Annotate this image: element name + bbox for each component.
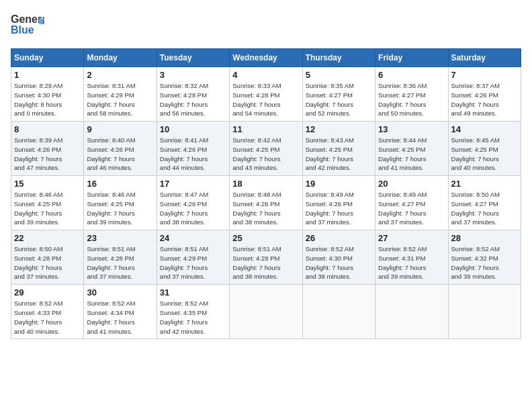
day-info: Sunrise: 8:52 AMSunset: 4:35 PMDaylight:…: [160, 299, 226, 336]
calendar-cell: 10Sunrise: 8:41 AMSunset: 4:26 PMDayligh…: [157, 122, 229, 176]
day-number: 3: [160, 70, 226, 80]
week-row-4: 22Sunrise: 8:50 AMSunset: 4:28 PMDayligh…: [11, 230, 521, 285]
day-number: 23: [87, 233, 153, 243]
day-info: Sunrise: 8:42 AMSunset: 4:25 PMDaylight:…: [232, 136, 299, 173]
col-header-monday: Monday: [84, 49, 157, 67]
calendar-cell: 14Sunrise: 8:45 AMSunset: 4:25 PMDayligh…: [448, 122, 521, 176]
day-info: Sunrise: 8:46 AMSunset: 4:25 PMDaylight:…: [14, 190, 81, 227]
day-info: Sunrise: 8:43 AMSunset: 4:25 PMDaylight:…: [306, 136, 372, 173]
day-info: Sunrise: 8:39 AMSunset: 4:26 PMDaylight:…: [14, 136, 81, 173]
day-info: Sunrise: 8:29 AMSunset: 4:30 PMDaylight:…: [14, 81, 81, 118]
day-info: Sunrise: 8:40 AMSunset: 4:26 PMDaylight:…: [87, 136, 153, 173]
day-info: Sunrise: 8:48 AMSunset: 4:26 PMDaylight:…: [232, 190, 299, 227]
svg-text:Blue: Blue: [11, 24, 34, 36]
calendar-cell: 15Sunrise: 8:46 AMSunset: 4:25 PMDayligh…: [11, 176, 84, 230]
calendar-cell: 18Sunrise: 8:48 AMSunset: 4:26 PMDayligh…: [230, 176, 302, 230]
logo-icon: General Blue: [11, 11, 44, 42]
day-info: Sunrise: 8:52 AMSunset: 4:31 PMDaylight:…: [378, 244, 445, 281]
calendar-cell: 24Sunrise: 8:51 AMSunset: 4:29 PMDayligh…: [157, 230, 229, 285]
day-info: Sunrise: 8:52 AMSunset: 4:33 PMDaylight:…: [14, 299, 81, 336]
day-info: Sunrise: 8:50 AMSunset: 4:28 PMDaylight:…: [14, 244, 81, 281]
calendar-cell: 6Sunrise: 8:36 AMSunset: 4:27 PMDaylight…: [375, 67, 448, 122]
day-number: 17: [160, 179, 226, 189]
calendar-cell: 3Sunrise: 8:32 AMSunset: 4:28 PMDaylight…: [157, 67, 229, 122]
day-number: 4: [232, 70, 299, 80]
col-header-wednesday: Wednesday: [230, 49, 302, 67]
calendar-cell: 27Sunrise: 8:52 AMSunset: 4:31 PMDayligh…: [375, 230, 448, 285]
week-row-5: 29Sunrise: 8:52 AMSunset: 4:33 PMDayligh…: [11, 285, 521, 339]
day-number: 5: [306, 70, 372, 80]
day-number: 29: [14, 287, 81, 298]
calendar-cell: [230, 285, 302, 339]
calendar-cell: 19Sunrise: 8:49 AMSunset: 4:26 PMDayligh…: [302, 176, 375, 230]
calendar-cell: 23Sunrise: 8:51 AMSunset: 4:28 PMDayligh…: [84, 230, 157, 285]
day-number: 8: [14, 124, 81, 134]
calendar-cell: 11Sunrise: 8:42 AMSunset: 4:25 PMDayligh…: [230, 122, 302, 176]
day-info: Sunrise: 8:51 AMSunset: 4:29 PMDaylight:…: [160, 244, 226, 281]
day-info: Sunrise: 8:36 AMSunset: 4:27 PMDaylight:…: [378, 81, 445, 118]
calendar-cell: 9Sunrise: 8:40 AMSunset: 4:26 PMDaylight…: [84, 122, 157, 176]
day-info: Sunrise: 8:52 AMSunset: 4:30 PMDaylight:…: [306, 244, 372, 281]
calendar-cell: 5Sunrise: 8:35 AMSunset: 4:27 PMDaylight…: [302, 67, 375, 122]
day-info: Sunrise: 8:46 AMSunset: 4:25 PMDaylight:…: [87, 190, 153, 227]
day-number: 21: [451, 179, 518, 189]
calendar-cell: 21Sunrise: 8:50 AMSunset: 4:27 PMDayligh…: [448, 176, 521, 230]
page-header: General Blue: [11, 11, 521, 44]
day-info: Sunrise: 8:35 AMSunset: 4:27 PMDaylight:…: [306, 81, 372, 118]
calendar-cell: 8Sunrise: 8:39 AMSunset: 4:26 PMDaylight…: [11, 122, 84, 176]
day-number: 2: [87, 70, 153, 80]
day-info: Sunrise: 8:50 AMSunset: 4:27 PMDaylight:…: [451, 190, 518, 227]
day-number: 12: [306, 124, 372, 134]
calendar-cell: 4Sunrise: 8:33 AMSunset: 4:28 PMDaylight…: [230, 67, 302, 122]
week-row-1: 1Sunrise: 8:29 AMSunset: 4:30 PMDaylight…: [11, 67, 521, 122]
calendar-table: SundayMondayTuesdayWednesdayThursdayFrid…: [11, 48, 521, 339]
day-info: Sunrise: 8:52 AMSunset: 4:34 PMDaylight:…: [87, 299, 153, 336]
calendar-cell: 25Sunrise: 8:51 AMSunset: 4:29 PMDayligh…: [230, 230, 302, 285]
col-header-saturday: Saturday: [448, 49, 521, 67]
header-row: SundayMondayTuesdayWednesdayThursdayFrid…: [11, 49, 521, 67]
day-info: Sunrise: 8:47 AMSunset: 4:26 PMDaylight:…: [160, 190, 226, 227]
day-number: 31: [160, 287, 226, 298]
calendar-cell: [448, 285, 521, 339]
day-number: 14: [451, 124, 518, 134]
calendar-cell: [302, 285, 375, 339]
day-number: 7: [451, 70, 518, 80]
week-row-3: 15Sunrise: 8:46 AMSunset: 4:25 PMDayligh…: [11, 176, 521, 230]
day-number: 25: [232, 233, 299, 243]
day-info: Sunrise: 8:37 AMSunset: 4:26 PMDaylight:…: [451, 81, 518, 118]
calendar-cell: 17Sunrise: 8:47 AMSunset: 4:26 PMDayligh…: [157, 176, 229, 230]
day-info: Sunrise: 8:52 AMSunset: 4:32 PMDaylight:…: [451, 244, 518, 281]
day-info: Sunrise: 8:45 AMSunset: 4:25 PMDaylight:…: [451, 136, 518, 173]
svg-marker-3: [39, 19, 43, 24]
calendar-cell: 30Sunrise: 8:52 AMSunset: 4:34 PMDayligh…: [84, 285, 157, 339]
calendar-cell: 2Sunrise: 8:31 AMSunset: 4:29 PMDaylight…: [84, 67, 157, 122]
day-number: 16: [87, 179, 153, 189]
calendar-cell: 29Sunrise: 8:52 AMSunset: 4:33 PMDayligh…: [11, 285, 84, 339]
day-number: 28: [451, 233, 518, 243]
day-info: Sunrise: 8:49 AMSunset: 4:26 PMDaylight:…: [306, 190, 372, 227]
day-number: 22: [14, 233, 81, 243]
col-header-tuesday: Tuesday: [157, 49, 229, 67]
col-header-thursday: Thursday: [302, 49, 375, 67]
calendar-cell: 31Sunrise: 8:52 AMSunset: 4:35 PMDayligh…: [157, 285, 229, 339]
day-number: 30: [87, 287, 153, 298]
day-number: 20: [378, 179, 445, 189]
day-info: Sunrise: 8:49 AMSunset: 4:27 PMDaylight:…: [378, 190, 445, 227]
day-info: Sunrise: 8:44 AMSunset: 4:25 PMDaylight:…: [378, 136, 445, 173]
calendar-cell: 26Sunrise: 8:52 AMSunset: 4:30 PMDayligh…: [302, 230, 375, 285]
day-number: 15: [14, 179, 81, 189]
day-info: Sunrise: 8:51 AMSunset: 4:28 PMDaylight:…: [87, 244, 153, 281]
day-number: 27: [378, 233, 445, 243]
calendar-cell: 22Sunrise: 8:50 AMSunset: 4:28 PMDayligh…: [11, 230, 84, 285]
day-number: 19: [306, 179, 372, 189]
day-number: 26: [306, 233, 372, 243]
day-info: Sunrise: 8:41 AMSunset: 4:26 PMDaylight:…: [160, 136, 226, 173]
calendar-cell: 1Sunrise: 8:29 AMSunset: 4:30 PMDaylight…: [11, 67, 84, 122]
week-row-2: 8Sunrise: 8:39 AMSunset: 4:26 PMDaylight…: [11, 122, 521, 176]
day-number: 18: [232, 179, 299, 189]
col-header-friday: Friday: [375, 49, 448, 67]
calendar-cell: [375, 285, 448, 339]
day-info: Sunrise: 8:33 AMSunset: 4:28 PMDaylight:…: [232, 81, 299, 118]
day-number: 13: [378, 124, 445, 134]
calendar-cell: 13Sunrise: 8:44 AMSunset: 4:25 PMDayligh…: [375, 122, 448, 176]
